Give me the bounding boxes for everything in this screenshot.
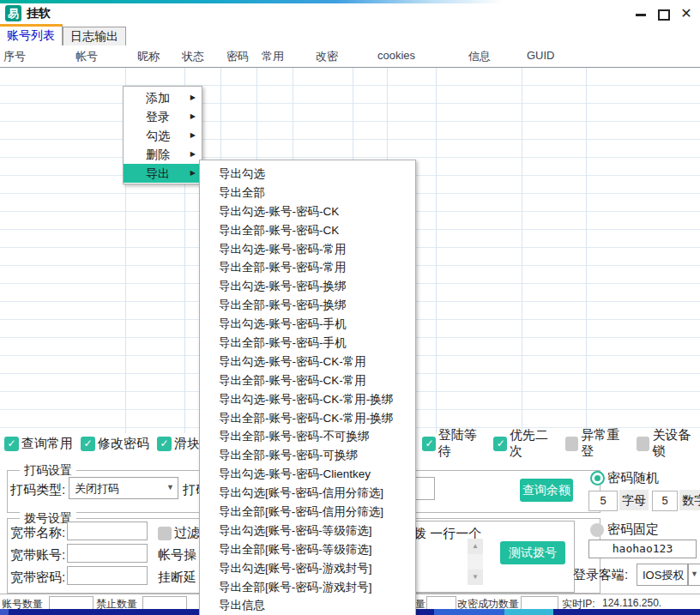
accounts-count-field — [49, 596, 94, 610]
checkbox-label: 查询常用 — [21, 436, 73, 452]
column-header[interactable]: 帐号 — [75, 49, 98, 64]
check-icon: ✓ — [81, 437, 95, 451]
option-checkbox[interactable]: ✓ 修改密码 — [81, 436, 149, 452]
dial-row-input[interactable] — [67, 522, 148, 540]
export-menu-item[interactable]: 导出全部 — [200, 184, 415, 202]
dial-row-label: 宽带密码: — [10, 570, 65, 586]
option-checkbox[interactable]: ✓ 异常重登 — [565, 427, 629, 460]
export-menu-item[interactable]: 导出全部[账号-密码-游戏封号] — [200, 578, 415, 597]
export-menu-item[interactable]: 导出勾选-账号-密码-CK — [200, 202, 415, 221]
minimize-icon — [636, 14, 646, 16]
context-menu-item[interactable]: 勾选 ▶ — [124, 126, 202, 145]
login-client-label: 登录客端: — [573, 567, 628, 583]
export-menu-item[interactable]: 导出勾选-账号-密码-常用 — [200, 240, 415, 259]
export-menu-item[interactable]: 导出勾选-账号-密码-CK-常用 — [200, 353, 415, 371]
banned-count-field — [142, 596, 187, 610]
partial-count-field — [426, 596, 456, 610]
export-menu-item[interactable]: 导出全部[账号-密码-等级筛选] — [200, 540, 415, 559]
test-dial-button[interactable]: 测试拨号 — [500, 541, 565, 564]
scroll-up-icon[interactable]: ▲ — [468, 539, 483, 554]
context-menu-item[interactable]: 登录 ▶ — [124, 107, 202, 126]
letters-count-input[interactable]: 5 — [588, 491, 618, 511]
captcha-type-value: 关闭打码 — [75, 481, 119, 497]
column-header[interactable]: GUID — [527, 49, 555, 62]
export-menu-item[interactable]: 导出全部-账号-密码-CK-常用 — [200, 371, 415, 390]
column-gridline — [522, 68, 522, 433]
submenu-arrow-icon: ▶ — [190, 107, 196, 126]
tab-label: 账号列表 — [7, 28, 55, 42]
context-menu: 添加 ▶ 登录 ▶ 勾选 ▶ 删除 ▶ 导出 ▶ — [123, 86, 202, 184]
column-header[interactable]: 昵称 — [137, 49, 160, 64]
column-header[interactable]: 序号 — [3, 49, 26, 64]
filter-checkbox[interactable] — [158, 527, 172, 540]
maximize-icon — [658, 9, 670, 21]
context-menu-item[interactable]: 删除 ▶ — [124, 145, 202, 164]
app-window: 易 挂软 ✕ 账号列表 日志输出 序号 帐号 昵称 状态 密码 常用 — [0, 0, 700, 615]
password-random-radio[interactable] — [590, 471, 605, 485]
export-menu-item[interactable]: 导出全部-账号-密码-不可换绑 — [200, 427, 415, 446]
export-menu-item[interactable]: 导出全部-账号-密码-CK — [200, 221, 415, 240]
option-checkbox[interactable]: ✓ 关设备锁 — [637, 427, 700, 460]
menu-item-label: 添加 — [146, 91, 170, 105]
export-menu-item[interactable]: 导出全部-账号-密码-手机 — [200, 334, 415, 353]
captcha-type-label: 打码类型: — [10, 482, 65, 498]
tab[interactable]: 日志输出 — [63, 27, 126, 45]
column-header[interactable]: 常用 — [262, 49, 284, 64]
digits-count-input[interactable]: 5 — [652, 491, 678, 511]
checkbox-icon: ✓ — [493, 437, 507, 451]
titlebar[interactable]: 易 挂软 ✕ — [0, 3, 700, 24]
close-button[interactable]: ✕ — [675, 4, 697, 23]
export-menu-item[interactable]: 导出勾选[账号-密码-等级筛选] — [200, 522, 415, 540]
password-fixed-radio[interactable] — [590, 523, 604, 537]
export-menu-item[interactable]: 导出勾选[账号-密码-游戏封号] — [200, 559, 415, 578]
captcha-type-select[interactable]: 关闭打码 ▼ — [69, 477, 178, 499]
export-menu-item[interactable]: 导出全部-账号-密码-CK-常用-换绑 — [200, 409, 415, 428]
export-menu-item[interactable]: 导出信息 — [200, 596, 415, 615]
export-menu-item[interactable]: 导出勾选-账号-密码-手机 — [200, 315, 415, 334]
checkbox-label: 修改密码 — [98, 436, 149, 452]
export-menu-item[interactable]: 导出勾选-账号-密码-Clientkey — [200, 465, 415, 484]
login-client-arrow-button[interactable]: ▼ — [688, 564, 700, 586]
export-menu-item[interactable]: 导出勾选[账号-密码-信用分筛选] — [200, 484, 415, 503]
column-header[interactable]: 密码 — [226, 49, 249, 64]
scroll-down-icon[interactable]: ▼ — [468, 570, 483, 585]
dial-row-input[interactable] — [67, 544, 148, 563]
export-menu-item[interactable]: 导出勾选-账号-密码-CK-常用-换绑 — [200, 390, 415, 409]
menu-item-label: 删除 — [146, 148, 170, 161]
maximize-button[interactable] — [653, 4, 675, 23]
export-menu-item[interactable]: 导出全部-账号-密码-可换绑 — [200, 446, 415, 465]
column-gridline — [436, 68, 437, 433]
option-checkbox[interactable]: ✓ 登陆等待 — [422, 427, 486, 460]
dial-row-label: 宽带名称: — [10, 525, 65, 541]
checkbox-icon: ✓ — [565, 437, 579, 451]
dial-row-input[interactable] — [67, 566, 148, 585]
dial-extra-label: 挂断延 — [158, 570, 196, 586]
submenu-arrow-icon: ▶ — [190, 145, 196, 164]
option-checkbox[interactable]: ✓ 优先二次 — [493, 427, 557, 460]
column-header[interactable]: 改密 — [316, 49, 338, 64]
export-menu-item[interactable]: 导出全部-账号-密码-换绑 — [200, 296, 415, 315]
check-icon: ✓ — [157, 437, 172, 451]
column-header[interactable]: cookies — [377, 49, 415, 62]
export-menu-item[interactable]: 导出全部-账号-密码-常用 — [200, 258, 415, 277]
export-menu-item[interactable]: 导出勾选-账号-密码-换绑 — [200, 277, 415, 296]
context-menu-item[interactable]: 导出 ▶ — [124, 164, 202, 183]
tab[interactable]: 账号列表 — [0, 24, 63, 45]
context-menu-item[interactable]: 添加 ▶ — [124, 88, 202, 107]
app-icon: 易 — [5, 5, 21, 21]
column-header[interactable]: 状态 — [182, 49, 204, 64]
option-checkbox[interactable]: ✓ 查询常用 — [4, 436, 73, 452]
checkbox-icon: ✓ — [4, 437, 19, 451]
checkbox-icon: ✓ — [637, 437, 650, 451]
login-client-select[interactable]: IOS授权 — [637, 564, 688, 586]
column-header[interactable]: 信息 — [468, 49, 491, 64]
check-balance-button[interactable]: 查询余额 — [520, 479, 573, 502]
dial-row-label: 宽带账号: — [10, 547, 65, 564]
checkbox-icon: ✓ — [81, 437, 95, 451]
check-icon: ✓ — [4, 437, 19, 451]
fixed-password-input[interactable]: haohao123 — [588, 540, 697, 558]
minimize-button[interactable] — [630, 4, 652, 23]
export-menu-item[interactable]: 导出勾选 — [200, 165, 415, 184]
export-menu-item[interactable]: 导出全部[账号-密码-信用分筛选] — [200, 503, 415, 522]
scrollbar[interactable]: ▲ ▼ — [468, 539, 483, 585]
